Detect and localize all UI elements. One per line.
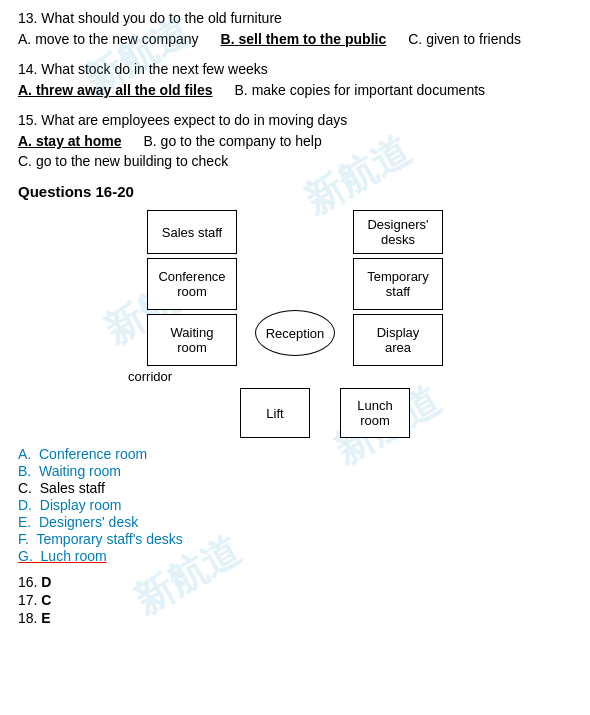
answer-list-item-G: G. Luch room <box>18 548 572 564</box>
answer-list-item-A: A. Conference room <box>18 446 572 462</box>
q15-optB-text: go to the company to help <box>161 133 322 149</box>
fp-designers-desks: Designers'desks <box>353 210 443 254</box>
answer-18: 18. E <box>18 610 572 626</box>
q13-optA-label: A. <box>18 31 31 47</box>
fp-reception: Reception <box>255 310 335 356</box>
answer-16-val: D <box>41 574 51 590</box>
q13-optB-label: B. <box>221 31 235 47</box>
fp-waiting-room: Waitingroom <box>147 314 237 366</box>
q15-optC: C. go to the new building to check <box>18 153 228 169</box>
q13-optC-text: given to friends <box>426 31 521 47</box>
fp-right-col: Designers'desks Temporarystaff Displayar… <box>353 210 443 366</box>
q15-options: A. stay at home B. go to the company to … <box>18 133 572 169</box>
q15-optB-label: B. <box>143 133 156 149</box>
fp-conference-room: Conferenceroom <box>147 258 237 310</box>
answer-list-item-D: D. Display room <box>18 497 572 513</box>
page: 新航道 新航道 新航道 新航道 新航道 13. What should you … <box>0 0 590 638</box>
q14-optB: B. make copies for important documents <box>235 82 486 98</box>
answer-18-val: E <box>41 610 50 626</box>
fp-left-col: Sales staff Conferenceroom Waitingroom <box>147 210 237 366</box>
q14-options: A. threw away all the old files B. make … <box>18 82 572 98</box>
fp-middle-col: Reception <box>255 210 335 360</box>
answer-list-item-E: E. Designers' desk <box>18 514 572 530</box>
q14-optB-label: B. <box>235 82 248 98</box>
q15-optA-text: stay at home <box>36 133 122 149</box>
q15-text: 15. What are employees expect to do in m… <box>18 112 572 128</box>
fp-lunch-room: Lunchroom <box>340 388 410 438</box>
answer-list: A. Conference room B. Waiting room C. Sa… <box>18 446 572 564</box>
floorplan: Sales staff Conferenceroom Waitingroom R… <box>18 210 572 438</box>
q15-optA: A. stay at home <box>18 133 121 149</box>
q13-optB-text: sell them to the public <box>238 31 386 47</box>
q14-optA-label: A. <box>18 82 32 98</box>
question-13: 13. What should you do to the old furnit… <box>18 10 572 47</box>
q15-optC-label: C. <box>18 153 32 169</box>
answer-18-num: 18. <box>18 610 41 626</box>
answer-list-item-B: B. Waiting room <box>18 463 572 479</box>
answer-list-item-F: F. Temporary staff's desks <box>18 531 572 547</box>
fp-bottom-row: Lift Lunchroom <box>240 388 410 438</box>
q14-text: 14. What stock do in the next few weeks <box>18 61 572 77</box>
corridor-label: corridor <box>18 369 572 384</box>
q13-optC: C. given to friends <box>408 31 521 47</box>
floorplan-main: Sales staff Conferenceroom Waitingroom R… <box>147 210 443 366</box>
q13-optC-label: C. <box>408 31 422 47</box>
question-15: 15. What are employees expect to do in m… <box>18 112 572 169</box>
answer-17: 17. C <box>18 592 572 608</box>
fp-sales-staff: Sales staff <box>147 210 237 254</box>
answers-section: 16. D 17. C 18. E <box>18 574 572 626</box>
answer-list-item-C: C. Sales staff <box>18 480 572 496</box>
q14-optA-text: threw away all the old files <box>36 82 213 98</box>
answer-17-val: C <box>41 592 51 608</box>
q15-optA-label: A. <box>18 133 32 149</box>
q13-optA-text: move to the new company <box>35 31 198 47</box>
q13-options: A. move to the new company B. sell them … <box>18 31 572 47</box>
q15-optB: B. go to the company to help <box>143 133 321 149</box>
answer-16-num: 16. <box>18 574 41 590</box>
q14-optA: A. threw away all the old files <box>18 82 213 98</box>
fp-lift: Lift <box>240 388 310 438</box>
section-title: Questions 16-20 <box>18 183 572 200</box>
q15-optC-text: go to the new building to check <box>36 153 228 169</box>
answer-17-num: 17. <box>18 592 41 608</box>
q14-optB-text: make copies for important documents <box>252 82 485 98</box>
question-14: 14. What stock do in the next few weeks … <box>18 61 572 98</box>
fp-display-area: Displayarea <box>353 314 443 366</box>
q13-optA: A. move to the new company <box>18 31 199 47</box>
answer-16: 16. D <box>18 574 572 590</box>
fp-temporary-staff: Temporarystaff <box>353 258 443 310</box>
q13-optB: B. sell them to the public <box>221 31 387 47</box>
q13-text: 13. What should you do to the old furnit… <box>18 10 572 26</box>
